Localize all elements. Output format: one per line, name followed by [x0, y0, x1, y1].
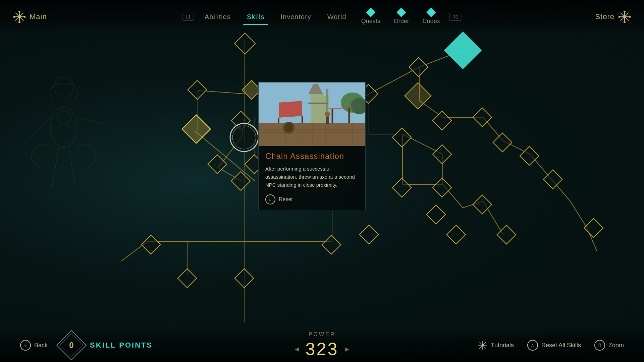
- svg-rect-65: [322, 235, 341, 254]
- tab-abilities[interactable]: Abilities: [198, 10, 237, 23]
- svg-point-112: [18, 21, 20, 23]
- btn-l1[interactable]: L1: [182, 13, 194, 21]
- skill-popup-action[interactable]: □ Reset: [265, 194, 359, 204]
- svg-point-100: [284, 123, 293, 132]
- nav-right: Store: [595, 11, 631, 23]
- svg-line-2: [27, 117, 50, 141]
- nav-center: L1 Abilities Skills Inventory World Ques…: [181, 8, 463, 26]
- svg-point-102: [325, 112, 330, 117]
- svg-rect-71: [182, 115, 211, 143]
- reset-all-label: Reset All Skills: [541, 342, 581, 349]
- svg-rect-48: [142, 235, 161, 254]
- back-label: Back: [34, 342, 48, 349]
- zoom-label: Zoom: [608, 342, 624, 349]
- svg-rect-64: [178, 269, 197, 288]
- svg-rect-63: [235, 269, 254, 288]
- nav-left: Main: [13, 11, 47, 23]
- tab-skills[interactable]: Skills: [240, 10, 271, 23]
- svg-line-4: [52, 147, 59, 188]
- tab-world[interactable]: World: [321, 10, 353, 23]
- svg-rect-68: [447, 225, 466, 244]
- svg-point-111: [18, 11, 20, 12]
- svg-point-6: [57, 111, 70, 124]
- power-display: ◂ 323 ▸: [295, 339, 350, 359]
- main-label: Main: [30, 12, 47, 21]
- power-arrow-left: ◂: [295, 344, 299, 354]
- skill-popup-image: [259, 82, 365, 146]
- skill-points-diamond: 0: [60, 334, 83, 357]
- svg-line-3: [77, 117, 104, 124]
- btn-r1[interactable]: R1: [449, 13, 462, 21]
- skill-points-number: 0: [69, 341, 73, 350]
- svg-point-123: [629, 16, 631, 18]
- bottom-left: ○ Back 0 SKILL POINTS: [20, 334, 153, 357]
- store-label[interactable]: Store: [595, 12, 614, 21]
- back-button[interactable]: ○ Back: [20, 340, 48, 351]
- power-label: POWER: [295, 331, 350, 338]
- svg-rect-75: [444, 31, 482, 69]
- svg-point-1: [54, 77, 74, 97]
- svg-point-122: [619, 16, 620, 18]
- svg-line-5: [69, 147, 75, 188]
- skill-popup-content: Chain Assassination After performing a s…: [259, 146, 365, 210]
- tutorials-icon: [478, 340, 488, 350]
- svg-rect-54: [392, 178, 412, 197]
- svg-rect-61: [520, 146, 539, 166]
- reset-all-icon: △: [527, 340, 538, 351]
- svg-rect-52: [409, 58, 428, 77]
- svg-rect-69: [497, 225, 516, 244]
- svg-point-121: [624, 21, 626, 23]
- svg-rect-66: [360, 225, 379, 244]
- svg-rect-60: [493, 133, 512, 152]
- skill-popup-description: After performing a successful assassinat…: [265, 165, 359, 189]
- svg-rect-57: [433, 178, 452, 197]
- svg-point-113: [13, 16, 15, 18]
- svg-rect-43: [188, 80, 207, 100]
- bottom-center: POWER ◂ 323 ▸: [295, 331, 350, 359]
- svg-rect-84: [311, 94, 324, 123]
- tutorials-button[interactable]: Tutorials: [478, 340, 514, 350]
- skill-points-container: 0 SKILL POINTS: [60, 334, 153, 357]
- svg-rect-86: [308, 103, 328, 104]
- svg-point-0: [50, 107, 77, 147]
- tab-order[interactable]: Order: [388, 8, 415, 26]
- svg-rect-53: [392, 128, 412, 147]
- power-value: 323: [306, 339, 339, 359]
- svg-rect-67: [427, 205, 446, 224]
- svg-point-114: [24, 16, 25, 18]
- bottom-right: Tutorials △ Reset All Skills R Zoom: [478, 340, 624, 351]
- tab-quests[interactable]: Quests: [356, 8, 386, 26]
- svg-rect-70: [584, 219, 603, 238]
- power-arrow-right: ▸: [345, 344, 349, 354]
- back-button-icon: ○: [20, 340, 31, 351]
- skill-points-label: SKILL POINTS: [90, 341, 153, 350]
- background: Chain Assassination After performing a s…: [0, 0, 644, 362]
- svg-marker-81: [279, 101, 302, 118]
- svg-rect-101: [326, 116, 329, 124]
- svg-rect-42: [234, 33, 255, 54]
- svg-point-120: [624, 11, 626, 12]
- tutorials-label: Tutorials: [491, 342, 514, 349]
- tab-codex[interactable]: Codex: [417, 8, 445, 26]
- store-icon: [619, 11, 631, 23]
- svg-line-40: [570, 201, 587, 228]
- svg-rect-72: [405, 82, 431, 109]
- svg-point-73: [230, 123, 258, 152]
- skill-popup-title: Chain Assassination: [265, 152, 359, 161]
- skill-popup: Chain Assassination After performing a s…: [258, 82, 366, 210]
- reset-label: Reset: [279, 196, 293, 202]
- reset-button-icon[interactable]: □: [265, 194, 275, 204]
- tab-inventory[interactable]: Inventory: [274, 10, 318, 23]
- main-icon: [13, 11, 25, 23]
- zoom-icon: R: [594, 340, 605, 351]
- svg-rect-56: [433, 145, 452, 164]
- bottom-bar: ○ Back 0 SKILL POINTS POWER ◂ 323 ▸: [0, 328, 644, 362]
- reset-all-button[interactable]: △ Reset All Skills: [527, 340, 581, 351]
- svg-rect-55: [433, 111, 452, 130]
- top-navigation: Main L1 Abilities Skills Inventory World…: [0, 0, 644, 34]
- zoom-button[interactable]: R Zoom: [594, 340, 624, 351]
